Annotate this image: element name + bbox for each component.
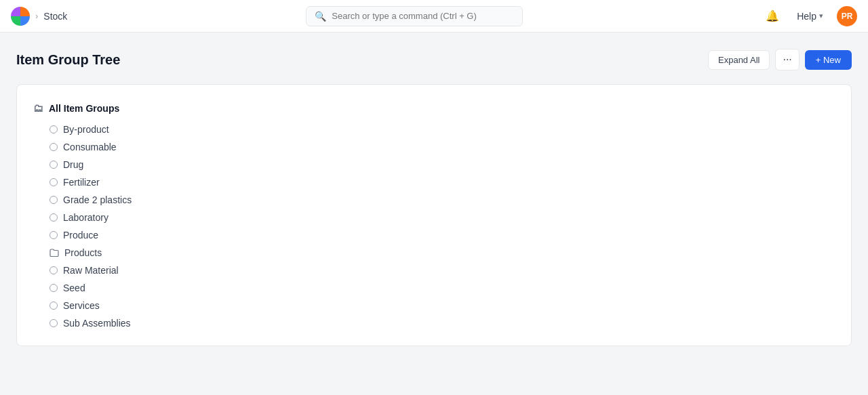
list-item[interactable]: Drug — [50, 156, 835, 173]
circle-icon — [50, 196, 58, 204]
chevron-down-icon: ▾ — [819, 12, 823, 20]
tree-item-label: Produce — [63, 230, 98, 241]
tree-item-label: Sub Assemblies — [63, 318, 131, 329]
app-logo[interactable] — [11, 7, 30, 26]
tree-item-label: Seed — [63, 283, 85, 293]
search-bar[interactable]: 🔍 — [306, 6, 523, 26]
list-item[interactable]: Consumable — [50, 138, 835, 156]
tree-item-label: Products — [64, 247, 102, 258]
circle-icon — [50, 302, 58, 310]
tree-item-label: Fertilizer — [63, 177, 100, 188]
root-label-text: All Item Groups — [49, 103, 119, 114]
help-button[interactable]: Help ▾ — [791, 8, 829, 24]
page-title: Item Group Tree — [16, 52, 120, 68]
avatar[interactable]: PR — [837, 6, 857, 26]
list-item[interactable]: Raw Material — [50, 262, 835, 279]
bell-icon: 🔔 — [766, 9, 779, 22]
list-item[interactable]: Laboratory — [50, 209, 835, 226]
tree-item-label: Raw Material — [63, 265, 119, 276]
search-input[interactable] — [332, 11, 514, 21]
notifications-button[interactable]: 🔔 — [762, 5, 783, 27]
tree-root: 🗂 All Item Groups By-product Consumable … — [33, 98, 835, 332]
item-group-tree-card: 🗂 All Item Groups By-product Consumable … — [16, 84, 852, 346]
circle-icon — [50, 213, 58, 222]
list-item[interactable]: Products — [50, 244, 835, 262]
folder-icon — [50, 249, 59, 257]
circle-icon — [50, 231, 58, 239]
tree-item-label: Drug — [63, 159, 83, 170]
breadcrumb-separator: › — [35, 11, 38, 21]
tree-item-label: By-product — [63, 124, 109, 135]
list-item[interactable]: Seed — [50, 279, 835, 297]
tree-item-label: Laboratory — [63, 212, 108, 223]
page-header: Item Group Tree Expand All ··· + New — [16, 49, 852, 70]
breadcrumb-stock[interactable]: Stock — [43, 11, 67, 22]
circle-icon — [50, 143, 58, 151]
search-icon: 🔍 — [315, 11, 326, 22]
new-button[interactable]: + New — [805, 50, 852, 70]
list-item[interactable]: Services — [50, 297, 835, 314]
tree-item-label: Consumable — [63, 142, 117, 152]
header-actions: Expand All ··· + New — [708, 49, 852, 70]
circle-icon — [50, 125, 58, 133]
main-content: Item Group Tree Expand All ··· + New 🗂 A… — [0, 33, 868, 362]
tree-item-label: Services — [63, 300, 100, 311]
help-label: Help — [797, 11, 816, 22]
root-folder-icon: 🗂 — [33, 102, 43, 114]
list-item[interactable]: By-product — [50, 121, 835, 138]
topbar: › Stock 🔍 🔔 Help ▾ PR — [0, 0, 868, 33]
list-item[interactable]: Sub Assemblies — [50, 314, 835, 332]
circle-icon — [50, 178, 58, 186]
circle-icon — [50, 284, 58, 292]
more-options-button[interactable]: ··· — [775, 49, 799, 70]
tree-root-label[interactable]: 🗂 All Item Groups — [33, 98, 835, 118]
circle-icon — [50, 319, 58, 327]
list-item[interactable]: Fertilizer — [50, 173, 835, 191]
list-item[interactable]: Produce — [50, 226, 835, 244]
topbar-left: › Stock — [11, 7, 67, 26]
expand-all-button[interactable]: Expand All — [708, 50, 770, 70]
ellipsis-icon: ··· — [783, 54, 791, 66]
topbar-right: 🔔 Help ▾ PR — [762, 5, 857, 27]
list-item[interactable]: Grade 2 plastics — [50, 191, 835, 209]
circle-icon — [50, 161, 58, 169]
tree-children: By-product Consumable Drug Fertilizer Gr… — [50, 121, 835, 332]
circle-icon — [50, 266, 58, 274]
tree-item-label: Grade 2 plastics — [63, 194, 132, 205]
